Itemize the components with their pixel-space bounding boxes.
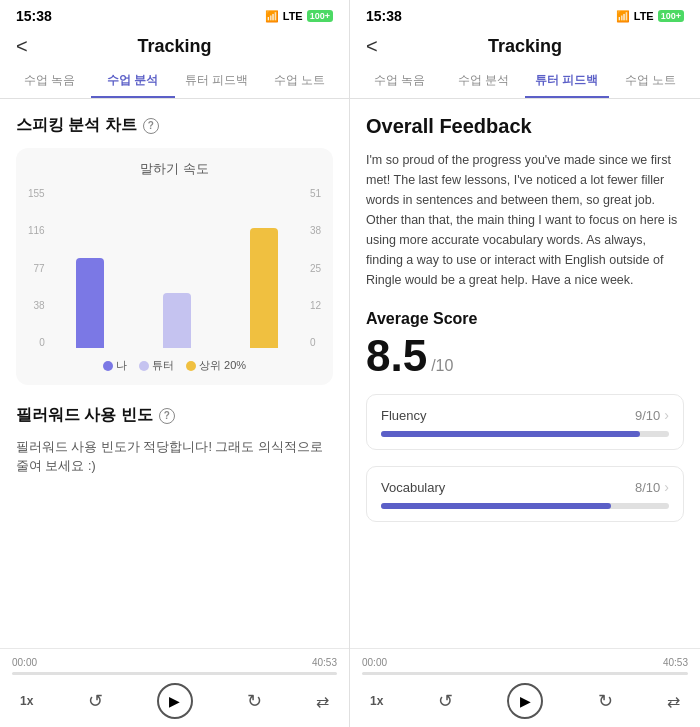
chart-subtitle: 말하기 속도 [28, 160, 321, 178]
feedback-text: I'm so proud of the progress you've made… [366, 150, 684, 290]
forward-button-left[interactable]: ↻ [247, 690, 262, 712]
fluency-row-header: Fluency 9/10 › [381, 407, 669, 423]
status-time-left: 15:38 [16, 8, 52, 24]
chart-y-labels-right: 51 38 25 12 0 [306, 188, 321, 348]
speed-label-left[interactable]: 1x [20, 694, 33, 708]
chart-title-text: 스피킹 분석 차트 [16, 115, 137, 136]
avg-score-denom: /10 [431, 357, 453, 375]
fluency-value: 9/10 [635, 408, 660, 423]
audio-end-right: 40:53 [663, 657, 688, 668]
status-bar-right: 15:38 📶 LTE 100+ [350, 0, 700, 28]
legend-dot-top20 [186, 361, 196, 371]
filter-description: 필러워드 사용 빈도가 적당합니다! 그래도 의식적으로 줄여 보세요 :) [16, 438, 333, 476]
overall-feedback-title: Overall Feedback [366, 115, 684, 138]
vocabulary-bar-fill [381, 503, 611, 509]
audio-controls-left: 1x ↺ ▶ ↻ ⇄ [12, 683, 337, 719]
fluency-label: Fluency [381, 408, 427, 423]
chart-bars [53, 188, 302, 348]
tab-record-right[interactable]: 수업 녹음 [358, 65, 442, 98]
legend-item-top20: 상위 20% [186, 358, 246, 373]
signal-icon-left: 📶 [265, 10, 279, 23]
status-bar-left: 15:38 📶 LTE 100+ [0, 0, 349, 28]
legend-label-tutor: 튜터 [152, 358, 174, 373]
header-left: < Tracking [0, 28, 349, 65]
legend-item-tutor: 튜터 [139, 358, 174, 373]
vocabulary-row[interactable]: Vocabulary 8/10 › [366, 466, 684, 522]
bar-lavender [163, 293, 191, 348]
tab-notes-left[interactable]: 수업 노트 [258, 65, 341, 98]
repeat-icon-right[interactable]: ⇄ [667, 692, 680, 711]
rewind-button-right[interactable]: ↺ [438, 690, 453, 712]
audio-timeline-left: 00:00 40:53 [12, 657, 337, 668]
vocabulary-chevron: › [664, 479, 669, 495]
audio-player-left: 00:00 40:53 1x ↺ ▶ ↻ ⇄ [0, 648, 349, 727]
legend-label-top20: 상위 20% [199, 358, 246, 373]
tab-record-left[interactable]: 수업 녹음 [8, 65, 91, 98]
battery-badge-right: 100+ [658, 10, 684, 22]
vocabulary-label: Vocabulary [381, 480, 445, 495]
rewind-button-left[interactable]: ↺ [88, 690, 103, 712]
content-left: 스피킹 분석 차트 ? 말하기 속도 155 116 77 38 0 [0, 99, 349, 648]
battery-badge-left: 100+ [307, 10, 333, 22]
content-right: Overall Feedback I'm so proud of the pro… [350, 99, 700, 648]
bar-lavender-wrapper [140, 293, 215, 348]
avg-score-value: 8.5 [366, 334, 427, 378]
audio-end-left: 40:53 [312, 657, 337, 668]
repeat-icon-left[interactable]: ⇄ [316, 692, 329, 711]
filter-help-icon[interactable]: ? [159, 408, 175, 424]
audio-progress-bar-left[interactable] [12, 672, 337, 675]
vocabulary-value: 8/10 [635, 480, 660, 495]
bar-purple-wrapper [53, 258, 128, 348]
chart-legend: 나 튜터 상위 20% [28, 358, 321, 373]
fluency-row[interactable]: Fluency 9/10 › [366, 394, 684, 450]
legend-dot-me [103, 361, 113, 371]
chart-container: 말하기 속도 155 116 77 38 0 [16, 148, 333, 385]
legend-item-me: 나 [103, 358, 127, 373]
legend-dot-tutor [139, 361, 149, 371]
audio-controls-right: 1x ↺ ▶ ↻ ⇄ [362, 683, 688, 719]
page-title-left: Tracking [137, 36, 211, 57]
bar-gold [250, 228, 278, 348]
status-icons-right: 📶 LTE 100+ [616, 10, 684, 23]
filter-title-text: 필러워드 사용 빈도 [16, 405, 153, 426]
filter-section: 필러워드 사용 빈도 ? 필러워드 사용 빈도가 적당합니다! 그래도 의식적으… [16, 405, 333, 476]
network-label-left: LTE [283, 10, 303, 22]
vocabulary-row-header: Vocabulary 8/10 › [381, 479, 669, 495]
tabs-right: 수업 녹음 수업 분석 튜터 피드백 수업 노트 [350, 65, 700, 99]
right-panel: 15:38 📶 LTE 100+ < Tracking 수업 녹음 수업 분석 … [350, 0, 700, 727]
chart-help-icon[interactable]: ? [143, 118, 159, 134]
avg-score-label: Average Score [366, 310, 684, 328]
tab-feedback-right[interactable]: 튜터 피드백 [525, 65, 609, 98]
tab-analysis-right[interactable]: 수업 분석 [442, 65, 526, 98]
signal-icon-right: 📶 [616, 10, 630, 23]
header-right: < Tracking [350, 28, 700, 65]
fluency-bar-fill [381, 431, 640, 437]
audio-start-right: 00:00 [362, 657, 387, 668]
back-button-right[interactable]: < [366, 35, 378, 58]
tabs-left: 수업 녹음 수업 분석 튜터 피드백 수업 노트 [0, 65, 349, 99]
fluency-chevron: › [664, 407, 669, 423]
back-button-left[interactable]: < [16, 35, 28, 58]
status-time-right: 15:38 [366, 8, 402, 24]
chart-section-title: 스피킹 분석 차트 ? [16, 115, 333, 136]
page-title-right: Tracking [488, 36, 562, 57]
audio-progress-bar-right[interactable] [362, 672, 688, 675]
bar-purple [76, 258, 104, 348]
forward-button-right[interactable]: ↻ [598, 690, 613, 712]
audio-timeline-right: 00:00 40:53 [362, 657, 688, 668]
play-button-right[interactable]: ▶ [507, 683, 543, 719]
tab-analysis-left[interactable]: 수업 분석 [91, 65, 174, 98]
tab-feedback-left[interactable]: 튜터 피드백 [175, 65, 258, 98]
bar-gold-wrapper [227, 228, 302, 348]
audio-start-left: 00:00 [12, 657, 37, 668]
filter-section-title: 필러워드 사용 빈도 ? [16, 405, 333, 426]
network-label-right: LTE [634, 10, 654, 22]
left-panel: 15:38 📶 LTE 100+ < Tracking 수업 녹음 수업 분석 … [0, 0, 350, 727]
speed-label-right[interactable]: 1x [370, 694, 383, 708]
tab-notes-right[interactable]: 수업 노트 [609, 65, 693, 98]
chart-y-labels: 155 116 77 38 0 [28, 188, 49, 348]
fluency-bar-bg [381, 431, 669, 437]
play-button-left[interactable]: ▶ [157, 683, 193, 719]
vocabulary-bar-bg [381, 503, 669, 509]
status-icons-left: 📶 LTE 100+ [265, 10, 333, 23]
